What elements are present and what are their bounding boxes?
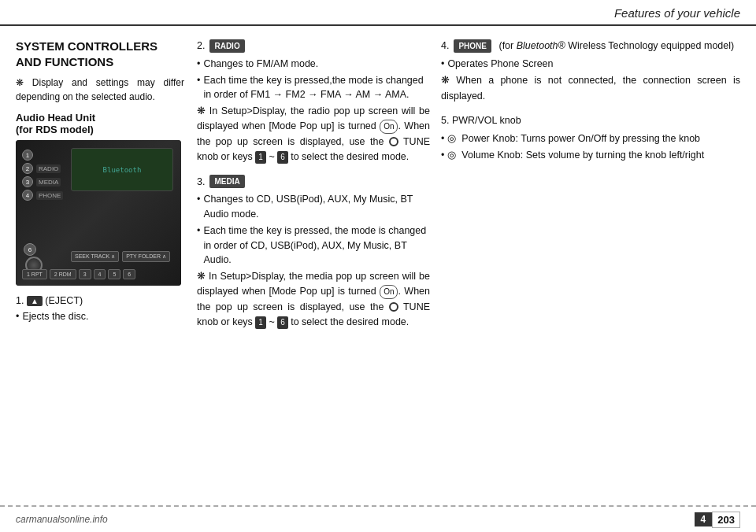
pwrvol-bullet-1: ◎ Power Knob: Turns power On/Off by pres…: [441, 131, 740, 146]
radio-note: ❋ In Setup>Display, the radio pop up scr…: [197, 104, 430, 165]
radio-header: 2. RADIO: [197, 39, 430, 54]
phone-bullets: Operates Phone Screen: [441, 57, 740, 72]
main-content: SYSTEM CONTROLLERSAND FUNCTIONS ❋ Displa…: [0, 26, 756, 492]
tune-icon-1: [389, 137, 398, 146]
page-footer: carmanualsonline.info 4 203: [0, 505, 756, 532]
panel-btn-4: 4 PHONE: [22, 190, 63, 201]
panel-btn-2: 2 RADIO: [22, 163, 63, 174]
media-note: ❋ In Setup>Display, the media pop up scr…: [197, 269, 430, 331]
sub-heading: Audio Head Unit(for RDS model): [16, 112, 184, 135]
pwrvol-bullets: ◎ Power Knob: Turns power On/Off by pres…: [441, 131, 740, 163]
mid-column: 2. RADIO Changes to FM/AM mode. Each tim…: [197, 39, 441, 484]
phone-header: 4. PHONE (for Bluetooth® Wireless Techno…: [441, 39, 740, 54]
item-3-media: 3. MEDIA Changes to CD, USB(iPod), AUX, …: [197, 175, 430, 331]
radio-bullets: Changes to FM/AM mode. Each time the key…: [197, 57, 430, 102]
phone-badge: PHONE: [454, 39, 491, 54]
phone-bullet-1: Operates Phone Screen: [441, 57, 740, 72]
panel-screen: Bluetooth: [71, 148, 173, 191]
left-column: SYSTEM CONTROLLERSAND FUNCTIONS ❋ Displa…: [16, 39, 197, 484]
panel-bottom-btns: 1 RPT 2 RDM 3 4 5 6: [22, 269, 173, 279]
item-1-eject: 1. ▲ (EJECT) Ejects the disc.: [16, 295, 184, 324]
page-header: Features of your vehicle: [0, 0, 756, 26]
asterisk-note: ❋ Display and settings may differ depend…: [16, 76, 184, 104]
page-num: 203: [712, 512, 740, 528]
media-bullet-1: Changes to CD, USB(iPod), AUX, My Music,…: [197, 192, 430, 222]
item-4-phone: 4. PHONE (for Bluetooth® Wireless Techno…: [441, 39, 740, 104]
eject-line: 1. ▲ (EJECT): [16, 295, 184, 306]
media-bullet-2: Each time the key is pressed, the mode i…: [197, 224, 430, 268]
right-column: 4. PHONE (for Bluetooth® Wireless Techno…: [441, 39, 740, 484]
page-section: 4: [695, 512, 713, 526]
radio-bullet-2: Each time the key is pressed,the mode is…: [197, 73, 430, 103]
radio-bullet-1: Changes to FM/AM mode.: [197, 57, 430, 72]
footer-logo: carmanualsonline.info: [16, 514, 108, 525]
audio-unit-image: 1 2 RADIO 3 MEDIA 4 PHONE: [16, 140, 181, 286]
media-header: 3. MEDIA: [197, 175, 430, 190]
pwrvol-heading: 5. PWR/VOL knob: [441, 113, 740, 128]
item-5-pwrvol: 5. PWR/VOL knob ◎ Power Knob: Turns powe…: [441, 113, 740, 163]
panel-buttons: 1 2 RADIO 3 MEDIA 4 PHONE: [22, 150, 63, 201]
page-title: Features of your vehicle: [614, 6, 740, 20]
item-2-radio: 2. RADIO Changes to FM/AM mode. Each tim…: [197, 39, 430, 165]
panel-btn-3: 3 MEDIA: [22, 176, 63, 187]
section-title: SYSTEM CONTROLLERSAND FUNCTIONS: [16, 39, 184, 69]
circle-6: 6: [24, 243, 36, 256]
eject-bullets: Ejects the disc.: [16, 309, 184, 324]
eject-badge: ▲: [27, 296, 43, 306]
media-bullets: Changes to CD, USB(iPod), AUX, My Music,…: [197, 192, 430, 268]
panel-btn-1: 1: [22, 150, 63, 161]
eject-bullet-1: Ejects the disc.: [16, 309, 184, 324]
radio-badge: RADIO: [209, 39, 244, 53]
panel-controls: SEEK TRACK ∧ PTY FOLDER ∧: [71, 251, 173, 262]
audio-panel: 1 2 RADIO 3 MEDIA 4 PHONE: [16, 140, 181, 286]
phone-note: ❋ When a phone is not connected, the con…: [441, 73, 740, 104]
tune-icon-2: [389, 302, 398, 312]
pwrvol-bullet-2: ◎ Volume Knob: Sets volume by turning th…: [441, 148, 740, 163]
media-badge: MEDIA: [209, 175, 244, 188]
page-number: 4 203: [695, 512, 740, 528]
